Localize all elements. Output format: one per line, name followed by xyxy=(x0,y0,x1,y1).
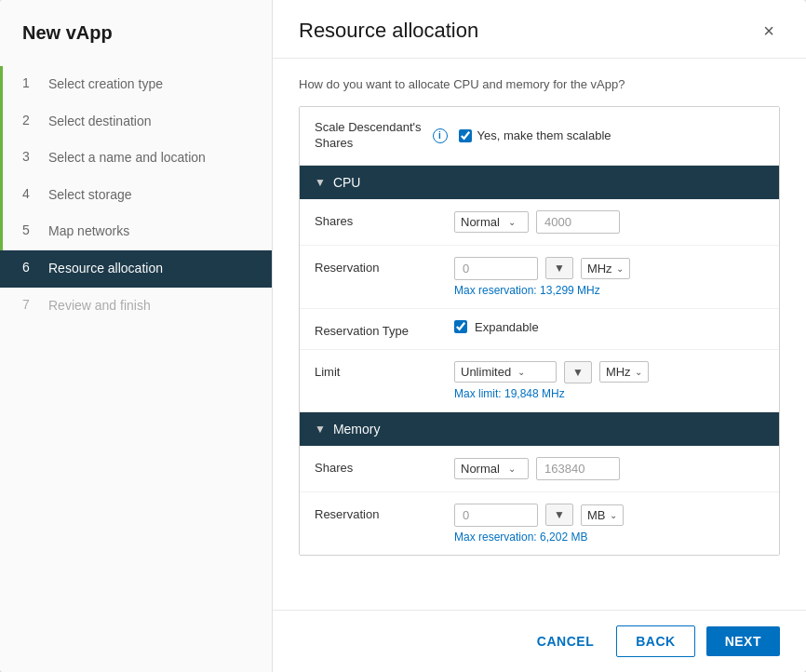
sidebar-item-resource-allocation[interactable]: 6 Resource allocation xyxy=(0,250,272,288)
cpu-reservation-input[interactable] xyxy=(454,257,538,280)
cpu-reservation-content: ▼ MHz GHz ⌄ Max reservation: 13,299 MHz xyxy=(454,257,764,297)
cancel-button[interactable]: CANCEL xyxy=(526,626,605,656)
sidebar-item-storage[interactable]: 4 Select storage xyxy=(0,177,272,214)
step-label-4: Select storage xyxy=(48,186,132,205)
memory-section-header[interactable]: ▼ Memory xyxy=(300,412,779,446)
cpu-reservation-inputs: ▼ MHz GHz ⌄ xyxy=(454,257,764,280)
cpu-limit-unit-select[interactable]: MHz GHz xyxy=(606,365,631,379)
scale-checkbox[interactable] xyxy=(459,129,472,142)
cpu-shares-row: Shares Normal Low High Custom xyxy=(300,199,779,246)
subtitle: How do you want to allocate CPU and memo… xyxy=(299,77,780,91)
form-panel: Scale Descendant'sShares i Yes, make the… xyxy=(299,106,780,556)
cpu-shares-select[interactable]: Normal Low High Custom xyxy=(461,215,504,229)
memory-reservation-unit-select[interactable]: MB GB xyxy=(587,508,606,522)
memory-shares-inputs: Normal Low High Custom ⌄ xyxy=(454,457,764,480)
dialog-footer: CANCEL BACK NEXT xyxy=(273,610,806,672)
cpu-reservation-row: Reservation ▼ MHz GHz ⌄ xyxy=(300,246,779,309)
step-num-5: 5 xyxy=(22,222,41,237)
sidebar-item-review-finish: 7 Review and finish xyxy=(0,288,272,325)
memory-reservation-unit-wrapper[interactable]: MB GB ⌄ xyxy=(581,504,624,526)
cpu-shares-inputs: Normal Low High Custom ⌄ xyxy=(454,210,764,234)
page-title: Resource allocation xyxy=(299,19,478,43)
step-num-1: 1 xyxy=(22,75,41,90)
cpu-limit-select[interactable]: Unlimited Custom xyxy=(461,365,514,379)
cpu-expandable-checkbox[interactable] xyxy=(454,320,467,333)
cpu-reservation-unit-select[interactable]: MHz GHz xyxy=(587,262,612,276)
sidebar-title: New vApp xyxy=(0,22,272,66)
step-label-6: Resource allocation xyxy=(48,260,163,278)
memory-reservation-label: Reservation xyxy=(315,504,454,521)
memory-reservation-row: Reservation ▼ MB GB ⌄ xyxy=(300,492,779,555)
memory-shares-select[interactable]: Normal Low High Custom xyxy=(461,462,504,476)
step-label-7: Review and finish xyxy=(48,297,151,316)
info-icon[interactable]: i xyxy=(433,128,448,143)
memory-chevron-icon: ▼ xyxy=(315,423,326,436)
scale-checkbox-row: Yes, make them scalable xyxy=(459,128,611,142)
step-num-2: 2 xyxy=(22,113,41,128)
step-num-6: 6 xyxy=(22,260,41,275)
back-button[interactable]: BACK xyxy=(616,625,694,657)
cpu-limit-label: Limit xyxy=(315,361,454,379)
memory-shares-label: Shares xyxy=(315,457,454,475)
new-vapp-dialog: New vApp 1 Select creation type 2 Select… xyxy=(0,0,806,672)
cpu-limit-inputs: Unlimited Custom ⌄ ▼ MHz GHz xyxy=(454,361,764,383)
cpu-shares-content: Normal Low High Custom ⌄ xyxy=(454,210,764,234)
memory-reservation-unit-arrow-icon: ⌄ xyxy=(610,510,617,520)
cpu-reservation-type-label: Reservation Type xyxy=(315,320,454,338)
close-button[interactable]: × xyxy=(758,20,780,42)
next-button[interactable]: NEXT xyxy=(706,626,780,656)
main-body: How do you want to allocate CPU and memo… xyxy=(273,59,806,610)
cpu-reservation-unit-arrow-icon: ⌄ xyxy=(616,263,624,274)
cpu-limit-content: Unlimited Custom ⌄ ▼ MHz GHz xyxy=(454,361,764,400)
step-num-7: 7 xyxy=(22,297,41,312)
sidebar-item-networks[interactable]: 5 Map networks xyxy=(0,213,272,250)
memory-shares-arrow-icon: ⌄ xyxy=(508,464,516,474)
cpu-expandable-row: Expandable xyxy=(454,320,764,334)
main-content: Resource allocation × How do you want to… xyxy=(273,0,806,672)
memory-reservation-dropdown-btn[interactable]: ▼ xyxy=(545,504,573,526)
cpu-shares-number-input[interactable] xyxy=(536,210,620,234)
cpu-limit-dropdown-btn[interactable]: ▼ xyxy=(564,361,592,383)
step-num-3: 3 xyxy=(22,149,41,164)
step-label-2: Select destination xyxy=(48,113,152,131)
cpu-reservation-type-content: Expandable xyxy=(454,320,764,334)
dialog-body: New vApp 1 Select creation type 2 Select… xyxy=(0,0,806,672)
cpu-reservation-label: Reservation xyxy=(315,257,454,275)
scale-label: Scale Descendant'sShares xyxy=(315,120,422,152)
cpu-limit-unit-arrow-icon: ⌄ xyxy=(635,367,642,377)
sidebar-item-creation-type[interactable]: 1 Select creation type xyxy=(0,66,272,103)
sidebar-item-destination[interactable]: 2 Select destination xyxy=(0,103,272,141)
cpu-shares-select-wrapper[interactable]: Normal Low High Custom ⌄ xyxy=(454,211,529,233)
memory-section-label: Memory xyxy=(333,422,381,437)
memory-shares-content: Normal Low High Custom ⌄ xyxy=(454,457,764,480)
cpu-limit-arrow-icon: ⌄ xyxy=(517,367,525,377)
cpu-reservation-dropdown-btn[interactable]: ▼ xyxy=(545,257,573,279)
step-label-1: Select creation type xyxy=(48,75,163,94)
memory-reservation-inputs: ▼ MB GB ⌄ xyxy=(454,504,764,527)
cpu-shares-dropdown-arrow-icon: ⌄ xyxy=(508,217,516,227)
memory-reservation-hint: Max reservation: 6,202 MB xyxy=(454,531,764,544)
memory-reservation-input[interactable] xyxy=(454,504,538,527)
memory-reservation-content: ▼ MB GB ⌄ Max reservation: 6,202 MB xyxy=(454,504,764,544)
main-header: Resource allocation × xyxy=(273,0,806,59)
scale-checkbox-label: Yes, make them scalable xyxy=(477,128,611,142)
memory-shares-number-input[interactable] xyxy=(536,457,620,480)
cpu-limit-select-wrapper[interactable]: Unlimited Custom ⌄ xyxy=(454,361,557,383)
scale-section: Scale Descendant'sShares i Yes, make the… xyxy=(300,107,779,166)
memory-shares-row: Shares Normal Low High Custom xyxy=(300,446,779,492)
cpu-section-label: CPU xyxy=(333,175,361,190)
sidebar: New vApp 1 Select creation type 2 Select… xyxy=(0,0,273,672)
step-label-5: Map networks xyxy=(48,222,129,241)
cpu-limit-unit-wrapper[interactable]: MHz GHz ⌄ xyxy=(599,361,649,383)
cpu-limit-row: Limit Unlimited Custom ⌄ ▼ xyxy=(300,350,779,412)
cpu-reservation-unit-wrapper[interactable]: MHz GHz ⌄ xyxy=(581,258,630,279)
memory-shares-select-wrapper[interactable]: Normal Low High Custom ⌄ xyxy=(454,458,529,479)
step-label-3: Select a name and location xyxy=(48,149,206,168)
cpu-shares-label: Shares xyxy=(315,210,454,228)
cpu-reservation-hint: Max reservation: 13,299 MHz xyxy=(454,284,764,297)
sidebar-item-name-location[interactable]: 3 Select a name and location xyxy=(0,140,272,177)
cpu-limit-hint: Max limit: 19,848 MHz xyxy=(454,387,764,400)
cpu-section-header[interactable]: ▼ CPU xyxy=(300,166,779,199)
cpu-reservation-type-row: Reservation Type Expandable xyxy=(300,309,779,350)
step-num-4: 4 xyxy=(22,186,41,201)
